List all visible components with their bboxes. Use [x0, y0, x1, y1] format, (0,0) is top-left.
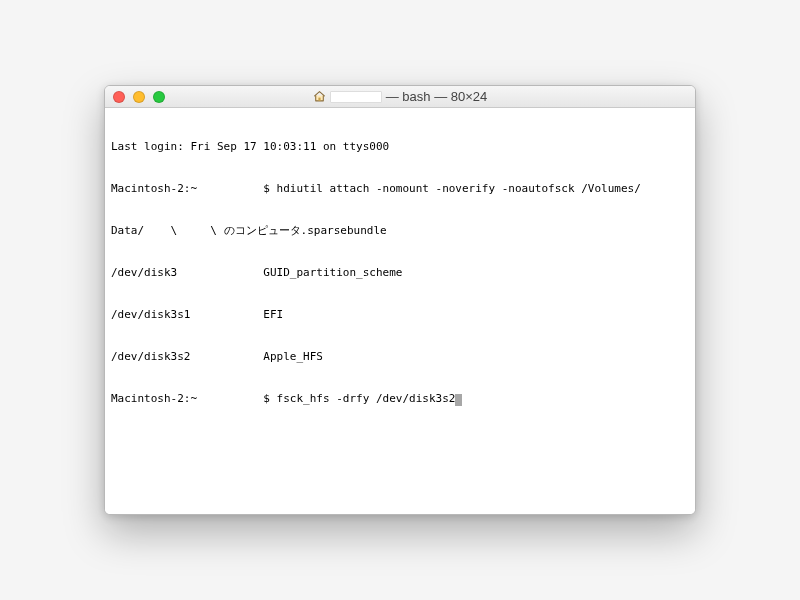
terminal-line: Last login: Fri Sep 17 10:03:11 on ttys0…: [111, 140, 689, 154]
svg-rect-0: [318, 98, 320, 101]
close-icon[interactable]: [113, 91, 125, 103]
traffic-lights: [113, 91, 165, 103]
terminal-prompt-line: Macintosh-2:~ $ fsck_hfs -drfy /dev/disk…: [111, 392, 689, 406]
terminal-body[interactable]: Last login: Fri Sep 17 10:03:11 on ttys0…: [105, 108, 695, 514]
minimize-icon[interactable]: [133, 91, 145, 103]
zoom-icon[interactable]: [153, 91, 165, 103]
title-redacted-username: [330, 91, 382, 103]
terminal-line: Macintosh-2:~ $ hdiutil attach -nomount …: [111, 182, 689, 196]
terminal-line: Data/ \ \ のコンピュータ.sparsebundle: [111, 224, 689, 238]
title-suffix: — bash — 80×24: [386, 89, 488, 104]
titlebar[interactable]: — bash — 80×24: [105, 86, 695, 108]
terminal-line: /dev/disk3 GUID_partition_scheme: [111, 266, 689, 280]
terminal-line: /dev/disk3s2 Apple_HFS: [111, 350, 689, 364]
terminal-line: /dev/disk3s1 EFI: [111, 308, 689, 322]
home-icon: [313, 90, 326, 103]
terminal-window: — bash — 80×24 Last login: Fri Sep 17 10…: [104, 85, 696, 515]
terminal-line-text: Macintosh-2:~ $ fsck_hfs -drfy /dev/disk…: [111, 392, 455, 405]
cursor-icon: [455, 394, 462, 406]
window-title: — bash — 80×24: [105, 89, 695, 104]
